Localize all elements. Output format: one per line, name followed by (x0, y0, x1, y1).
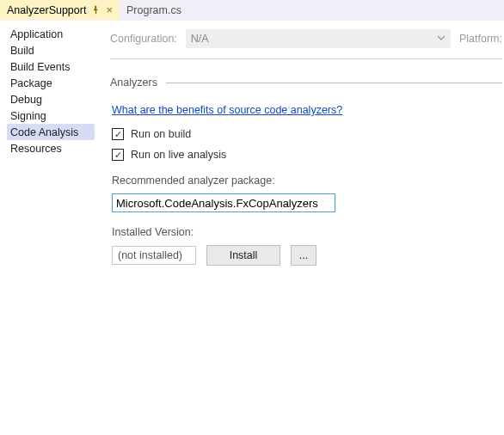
close-icon[interactable]: × (106, 4, 113, 15)
run-on-build-checkbox[interactable]: ✓ Run on build (112, 128, 502, 140)
tab-program-cs[interactable]: Program.cs (120, 0, 188, 20)
pin-icon[interactable] (91, 5, 101, 15)
sidebar-item-build-events[interactable]: Build Events (7, 58, 95, 75)
sidebar-item-label: Resources (10, 143, 62, 155)
tab-strip: AnalyzerSupport × Program.cs (0, 0, 504, 21)
code-analysis-pane: Configuration: N/A Platform: Analyzers W… (95, 21, 504, 435)
checkbox-icon: ✓ (112, 128, 124, 140)
sidebar-item-label: Build (10, 45, 34, 57)
install-button[interactable]: Install (206, 245, 280, 266)
sidebar-item-label: Debug (10, 94, 42, 106)
browse-button[interactable]: ... (291, 245, 317, 266)
project-properties-sidebar: Application Build Build Events Package D… (0, 21, 95, 435)
configuration-select[interactable]: N/A (186, 29, 451, 48)
tab-label: Program.cs (126, 4, 181, 16)
checkbox-icon: ✓ (112, 149, 124, 161)
sidebar-item-label: Package (10, 77, 52, 89)
sidebar-item-label: Application (10, 28, 63, 40)
sidebar-item-label: Build Events (10, 61, 70, 73)
run-on-live-analysis-checkbox[interactable]: ✓ Run on live analysis (112, 149, 502, 161)
analyzers-heading: Analyzers (110, 77, 157, 89)
installed-version-value: (not installed) (112, 246, 196, 265)
configuration-label: Configuration: (110, 33, 177, 45)
chevron-down-icon (437, 33, 446, 45)
sidebar-item-resources[interactable]: Resources (7, 140, 95, 156)
sidebar-item-application[interactable]: Application (7, 26, 95, 42)
tab-label: AnalyzerSupport (7, 4, 86, 16)
checkbox-label: Run on build (131, 128, 191, 140)
divider (110, 58, 502, 59)
sidebar-item-label: Code Analysis (10, 126, 78, 138)
tab-analyzer-support[interactable]: AnalyzerSupport × (0, 0, 120, 20)
recommended-package-input[interactable]: Microsoft.CodeAnalysis.FxCopAnalyzers (112, 193, 335, 212)
sidebar-item-code-analysis[interactable]: Code Analysis (7, 124, 95, 140)
installed-version-label: Installed Version: (112, 226, 502, 238)
sidebar-item-signing[interactable]: Signing (7, 107, 95, 124)
sidebar-item-package[interactable]: Package (7, 75, 95, 91)
sidebar-item-build[interactable]: Build (7, 42, 95, 58)
sidebar-item-debug[interactable]: Debug (7, 91, 95, 107)
divider (166, 83, 502, 83)
checkbox-label: Run on live analysis (131, 149, 226, 161)
sidebar-item-label: Signing (10, 110, 46, 122)
configuration-value: N/A (191, 33, 209, 45)
text: (not installed) (118, 249, 182, 261)
platform-label: Platform: (459, 33, 502, 45)
recommended-package-label: Recommended analyzer package: (112, 175, 502, 187)
input-value: Microsoft.CodeAnalysis.FxCopAnalyzers (116, 197, 318, 210)
benefits-link[interactable]: What are the benefits of source code ana… (112, 104, 342, 116)
